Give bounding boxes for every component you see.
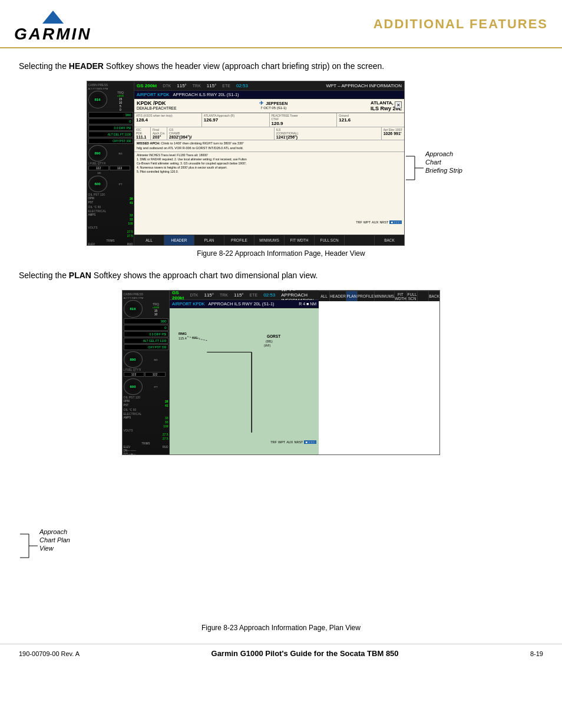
sk-plan[interactable]: PLAN [194,235,224,245]
jeppesen-label: ✈ JEPPESEN [259,100,287,106]
figure2-left-panel: CABIN PRESS ALT FT RATE FPM 816 TRQ x100… [123,291,170,454]
fig2-scale-indicator: R 4 ■ NM [299,302,316,306]
footer-doc-number: 190-00709-00 Rev. A [19,650,80,657]
fig2-trk-val: 115° [234,292,244,298]
page-indicator: ■□□□□ [389,220,402,224]
fig2-alt-ft-label: ALT FT RATE FPM [124,297,168,299]
svg-text:GORST: GORST [267,334,280,338]
fig2-sk-back[interactable]: BACK [429,291,439,301]
page-footer: 190-00709-00 Rev. A Garmin G1000 Pilot's… [0,644,562,663]
svg-text:(IAF): (IAF) [264,344,270,347]
figure2-intro: Selecting the PLAN Softkey shows the app… [19,269,543,282]
fig2-readout-alt-gel: ALT GEL FT 1100 [124,338,168,344]
garmin-triangle-icon [42,11,64,24]
cabin-press-label: CABIN PRESS [88,83,133,87]
fig2-sk-header[interactable]: HEADER [330,291,346,301]
sk-full-scn[interactable]: FULL SCN [315,235,345,245]
fig2-sk-profile[interactable]: PROFILE [358,291,375,301]
sk-back[interactable]: BACK [375,235,404,245]
fig2-sk-minimums[interactable]: MINIMUMS [375,291,395,301]
fig2-gauge-trq: 816 [124,300,143,318]
atis-val: 128.4 [136,117,200,123]
fig2-readout-oxy: OXY PST 330 [124,344,168,350]
left-instrument-panel: CABIN PRESS ALT FT RATE FPM 816 TRQ x100… [87,81,134,245]
fig2-oil-tc: OIL °C 80 [124,408,168,411]
chart-date: 7 OCT 05 (S1-1) [259,106,287,110]
fig2-trf: TRF [270,440,277,444]
fig2-wpt: WPT [278,440,285,444]
callout-bracket-svg: Approach Chart Briefing Strip [406,144,477,192]
volts-label: VOLTS [88,226,133,229]
approach-display: APPROACH ILS RWY 20L (S1-1) [173,92,239,97]
garmin-logo-text: GARMIN [14,25,92,44]
note-4: 5. Pilot controlled lighting 120.0. [137,170,402,174]
notes-section: Altimeter INCHES Trans level: FL180 Tran… [134,152,404,175]
dtk-label: DTK [163,84,171,88]
oil-tc-label: OIL °C 80 [88,205,133,209]
fig2-cabin-press-label: CABIN PRESS [124,292,168,296]
garmin-logo: GARMIN [14,11,92,44]
chart-header: KPDK /PDK DEKALB-PEACHTREE ✈ JEPPESEN 7 … [134,99,404,113]
electrical-label: ELECTRICAL [88,209,133,213]
fig2-fuel-qty: L FUEL QTY R [124,368,168,371]
figure2-avionics: CABIN PRESS ALT FT RATE FPM 816 TRQ x100… [122,290,440,455]
readout-0: 0 [88,118,133,124]
speed-display: GS 200kt [137,83,157,88]
plan-chart-svg: RMG 115.4 099← GORST (081) (IAF) [170,308,319,454]
fig2-sk-full-scn[interactable]: FULL SCN [407,291,418,301]
page-title: ADDITIONAL FEATURES [373,11,548,32]
svg-text:Approach: Approach [39,528,67,535]
mfd-airport-bar: AIRPORT KPDK APPROACH ILS RWY 20L (S1-1) [134,91,404,99]
note-2: Co-Brown Field altimeter setting; 3. GS … [137,162,402,166]
fig2-callout-svg: Approach Chart Plan View [20,522,91,569]
figure1-callout: Approach Chart Briefing Strip [405,81,475,246]
approach-r-val: 126.97 [204,117,267,123]
figure1-avionics: CABIN PRESS ALT FT RATE FPM 816 TRQ x100… [87,81,405,246]
svg-text:(081): (081) [266,340,273,343]
sk-fit-wdth[interactable]: FIT WDTH [285,235,315,245]
fig2-sk-all[interactable]: ALL [319,291,330,301]
page-header: GARMIN ADDITIONAL FEATURES [0,0,562,48]
sk-all[interactable]: ALL [134,235,164,245]
sk-profile[interactable]: PROFILE [224,235,254,245]
tower-label: PEACHTREE TowerCTAF [272,114,335,121]
figure1-intro-rest: Softkey shows the header view (approach … [104,61,384,71]
fig2-aux: AUX [286,440,293,444]
jeppesen-block: ✈ JEPPESEN 7 OCT 05 (S1-1) [259,100,287,111]
footer-title: Garmin G1000 Pilot's Guide for the Socat… [211,649,399,658]
figure1-softkeys: ALL HEADER PLAN PROFILE MINIMUMS FIT WDT… [134,235,404,245]
sk-header[interactable]: HEADER [164,235,194,245]
plan-view-bg: RMG 115.4 099← GORST (081) (IAF) [170,308,319,454]
ground-col: Ground 121.6 [337,113,404,127]
ioc-col: IOCPDK 111.1 [134,127,151,140]
figure1-container: CABIN PRESS ALT FT RATE FPM 816 TRQ x100… [19,81,543,246]
final-col: FinalApch Crs 203° [151,127,167,140]
readout-diff-psi: 0.0 DIFF PSI [88,125,133,131]
fig2-approach: APPROACH ILS RWY 20L (S1-1) [209,301,275,307]
mfd-chart-area: KPDK /PDK DEKALB-PEACHTREE ✈ JEPPESEN 7 … [134,99,404,235]
approach-col: ATLANTA Approach (R) 126.97 [202,113,270,127]
data-table-row: IOCPDK 111.1 FinalApch Crs 203° GSCHAMB … [134,127,404,140]
fig2-sk-plan[interactable]: PLAN [346,291,358,301]
gauge-itt: 600 [88,176,107,192]
svg-text:Chart Plan: Chart Plan [39,536,70,543]
fig2-sk-fit-wdth[interactable]: FIT WDTH [395,291,407,301]
fig2-trk-lbl: TRK [220,293,228,297]
fig2-airport: AIRPORT KPDK [172,301,205,307]
ete-value: 02:53 [236,83,248,88]
fig2-bottom-status: TRF WPT AUX NRST ■□□□□ [270,440,316,444]
close-button[interactable]: ✕ [395,101,402,108]
figure1-intro: Selecting the HEADER Softkey shows the h… [19,60,543,73]
airport-name: DEKALB-PEACHTREE [137,106,177,110]
ground-val: 121.6 [339,117,402,123]
fig2-airport-bar: AIRPORT KPDK APPROACH ILS RWY 20L (S1-1)… [170,300,319,308]
missed-apch-bold: MISSED APCH: [137,141,160,145]
sk-minimums[interactable]: MINIMUMS [254,235,285,245]
fig2-mfd-header: GS 200kt DTK 115° TRK 115° ETE 02:53 WPT… [170,291,319,300]
fig2-electrical: ELECTRICAL [124,412,168,416]
fig2-speed: GS 200kt [172,290,184,301]
right-mfd: GS 200kt DTK 115° TRK 115° ETE 02:53 WPT… [134,81,404,245]
airport-id: KPDK /PDK [137,100,177,106]
fig2-plan-area: RMG 115.4 099← GORST (081) (IAF) 144 [170,308,319,454]
fig2-dtk-val: 115° [204,292,214,298]
